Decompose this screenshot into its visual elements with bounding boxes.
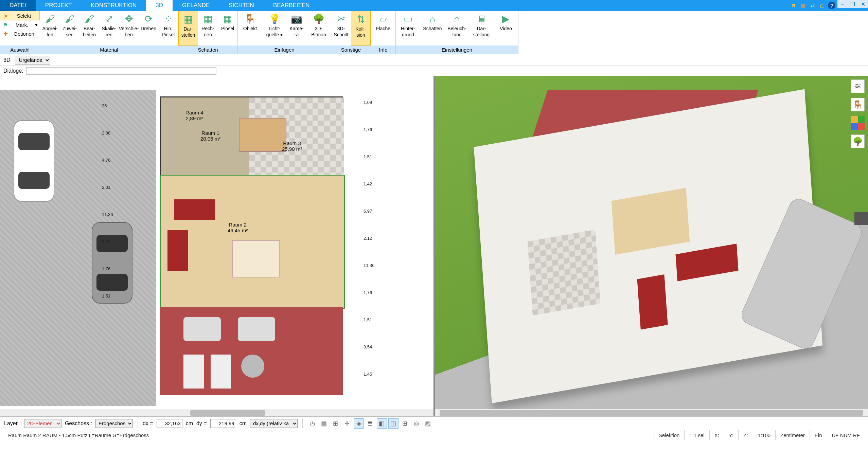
ribbon-video[interactable]: ▶Video <box>494 11 518 46</box>
ribbon-e-schatten[interactable]: ⌂Schatten <box>420 11 445 46</box>
menu-gelaende[interactable]: GELÄNDE <box>173 0 219 11</box>
mark-button[interactable]: ⚑Mark.▾ <box>0 20 40 29</box>
tree-tool-icon[interactable]: 🌳 <box>851 134 865 148</box>
ribbon-flaeche[interactable]: ▱Fläche <box>371 11 395 46</box>
optionen-button[interactable]: ✚Optionen <box>0 29 40 38</box>
menu-datei[interactable]: DATEI <box>0 0 36 11</box>
verschieben-icon: ✥ <box>123 13 135 25</box>
group-label-schatten: Schatten <box>178 46 237 54</box>
ribbon-skalieren[interactable]: ⤢Skalie-ren <box>99 11 119 46</box>
status-message: Raum Raum 2 RAUM - 1.5cm Putz L=Räume G=… <box>3 430 654 440</box>
scrollbar-3d[interactable] <box>435 409 868 416</box>
panel-grip[interactable] <box>854 212 868 225</box>
palette-tool-icon[interactable] <box>851 116 865 130</box>
help-icon[interactable]: ? <box>828 2 835 9</box>
dx-label: dx = <box>143 420 153 427</box>
ribbon-hintergrund[interactable]: ▭Hinter-grund <box>396 11 420 46</box>
menu-projekt[interactable]: PROJEKT <box>36 0 81 11</box>
dx-unit: cm <box>186 420 193 427</box>
ribbon-group-material: 🖌Abgrei-fen🖌Zuwei-sen🖌Bear-beiten⤢Skalie… <box>40 11 178 54</box>
window-minimize[interactable]: – <box>837 0 848 8</box>
ribbon-drehen[interactable]: ⟳Drehen <box>139 11 158 46</box>
dy-label: dy = <box>196 420 207 427</box>
tool-axis[interactable]: ✛ <box>342 418 352 429</box>
skalieren-icon: ⤢ <box>103 13 115 25</box>
window-close[interactable]: ✕ <box>858 0 868 8</box>
ribbon-bearbeiten[interactable]: 🖌Bear-beiten <box>79 11 99 46</box>
ribbon-verschieben[interactable]: ✥Verschie-ben <box>119 11 139 46</box>
dialog-field[interactable] <box>26 67 216 75</box>
terrain-select[interactable]: Urgelände <box>15 56 50 65</box>
ribbon-lichtquelle[interactable]: 💡Licht-quelle ▾ <box>262 11 287 46</box>
chair-tool-icon[interactable]: 🪑 <box>851 98 865 111</box>
tool-iso[interactable]: ◫ <box>388 418 398 429</box>
dx-input[interactable] <box>157 419 182 428</box>
ribbon-3d-bitmap[interactable]: 🌳3D-Bitmap <box>306 11 331 46</box>
tool-target[interactable]: ◎ <box>411 418 422 429</box>
tool-clock[interactable]: ◷ <box>307 418 318 429</box>
floorplan-house <box>160 96 343 307</box>
dimension: 1,76 <box>102 266 110 271</box>
dy-input[interactable] <box>210 419 236 428</box>
ribbon-darstellen[interactable]: ▦Dar-stellen <box>178 11 198 46</box>
geschoss-label: Geschoss : <box>65 420 92 427</box>
ribbon-abgreifen[interactable]: 🖌Abgrei-fen <box>40 11 60 46</box>
layer-select[interactable]: 2D-Elemen <box>24 419 61 428</box>
e-schatten-icon: ⌂ <box>426 13 439 25</box>
group-label-sonstige: Sonstige <box>331 46 371 54</box>
e-darstellung-icon: 🖥 <box>475 13 488 25</box>
ribbon-objekt[interactable]: 🪑Objekt <box>238 11 262 46</box>
tool-dims[interactable]: ⊞ <box>331 418 341 429</box>
menu-bearbeiten[interactable]: BEARBEITEN <box>264 0 319 11</box>
coord-mode-select[interactable]: dx,dy (relativ ka <box>250 419 298 428</box>
box-icon[interactable]: ▦ <box>799 2 807 9</box>
viewport-tools: ≋ 🪑 🌳 <box>850 79 866 148</box>
drehen-icon: ⟳ <box>142 13 155 25</box>
status-flags: UF NUM RF <box>827 430 865 440</box>
dimension: 1,45 <box>364 372 372 377</box>
menu-3d[interactable]: 3D <box>146 0 173 11</box>
scrollbar-2d[interactable] <box>0 409 433 416</box>
tool-layers2[interactable]: ◧ <box>377 418 387 429</box>
folder-icon[interactable]: 🗀 <box>818 2 826 9</box>
kamera-icon: 📷 <box>290 13 303 25</box>
menu-konstruktion[interactable]: KONSTRUKTION <box>81 0 146 11</box>
abgreifen-icon: 🖌 <box>44 13 56 25</box>
geschoss-select[interactable]: Erdgeschos <box>95 419 133 428</box>
status-ein: Ein <box>810 430 827 440</box>
lichtquelle-icon: 💡 <box>268 13 281 25</box>
status-y: Y: <box>724 430 738 440</box>
selekt-button[interactable]: ➤Selekt <box>0 11 40 20</box>
darstellen-icon: ▦ <box>182 13 194 25</box>
room-label: Raum 1 20,05 m² <box>200 130 220 142</box>
wrench-icon[interactable]: ✖ <box>790 2 797 9</box>
tool-grid-folder[interactable]: ▤ <box>319 418 329 429</box>
ribbon-zuweisen[interactable]: 🖌Zuwei-sen <box>60 11 79 46</box>
dimension: 11,36 <box>102 212 113 217</box>
ribbon-beleuchtung[interactable]: ⌂Beleuch-tung <box>445 11 469 46</box>
layers-tool-icon[interactable]: ≋ <box>851 79 865 93</box>
ribbon-kamera[interactable]: 📷Kame-ra <box>287 11 306 46</box>
tool-grid2[interactable]: ⊞ <box>400 418 410 429</box>
tool-layers[interactable]: ◈ <box>354 418 364 429</box>
menu-sichten[interactable]: SICHTEN <box>219 0 264 11</box>
ribbon-hin-pinsel[interactable]: ⁘Hin.Pinsel <box>158 11 178 46</box>
floorplan-terrace <box>160 307 343 395</box>
ribbon-s-pinsel[interactable]: ▦Pinsel <box>218 11 237 46</box>
ribbon-e-darstellung[interactable]: 🖥Dar-stellung <box>469 11 494 46</box>
ribbon: ➤Selekt ⚑Mark.▾ ✚Optionen Auswahl 🖌Abgre… <box>0 11 868 54</box>
ribbon-3d-schnitt[interactable]: ✂3D-Schnitt <box>331 11 351 46</box>
viewport-2d[interactable]: Raum 4 2,89 m²Raum 1 20,05 m²Raum 3 25,9… <box>0 76 435 416</box>
ribbon-rechnen[interactable]: ▦Rech-nen <box>198 11 218 46</box>
window-maximize[interactable]: ❐ <box>848 0 858 8</box>
flaeche-icon: ▱ <box>377 13 389 25</box>
3d-bitmap-icon: 🌳 <box>313 13 325 25</box>
video-icon: ▶ <box>500 13 512 25</box>
transfer-icon[interactable]: ⇄ <box>809 2 816 9</box>
viewport-3d[interactable]: ≋ 🪑 🌳 <box>435 76 868 416</box>
tool-hatch[interactable]: ▨ <box>423 418 433 429</box>
chevron-down-icon: ▾ <box>35 22 38 28</box>
3d-schnitt-icon: ✂ <box>335 13 347 25</box>
ribbon-kollision[interactable]: ⇅Kolli-sion <box>351 11 371 46</box>
tool-stack[interactable]: ≣ <box>365 418 375 429</box>
